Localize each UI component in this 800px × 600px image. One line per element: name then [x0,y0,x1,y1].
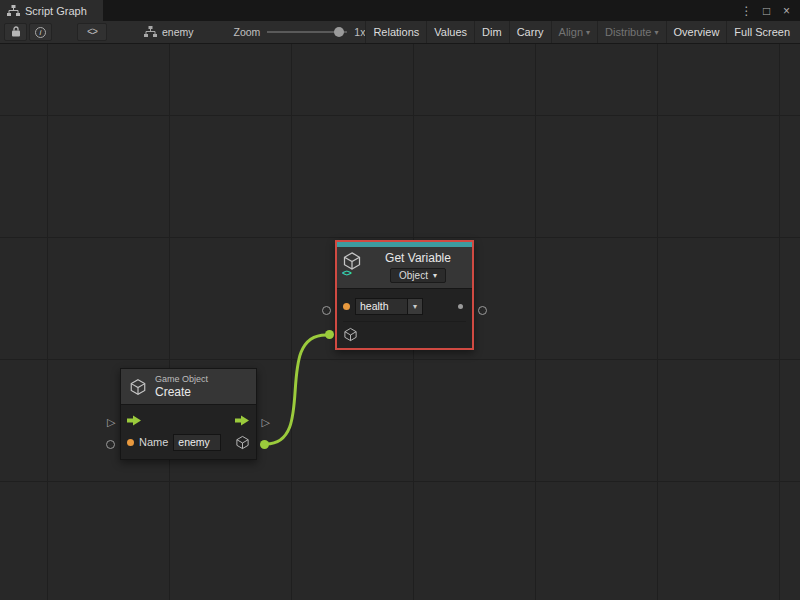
create-body: Name [121,404,256,459]
create-flow-input-port[interactable]: ▷ [107,417,115,428]
flow-in-arrow-icon [127,415,142,426]
flow-row [127,409,250,431]
zoom-label: Zoom [234,26,261,38]
variable-name-input[interactable] [355,298,407,315]
node-create-game-object[interactable]: Game Object Create Name [120,368,257,460]
flow-out-arrow-icon [235,415,250,426]
get-variable-body: ▾ [337,288,472,348]
node-category: Game Object [155,374,208,384]
tab-script-graph[interactable]: Script Graph [0,0,103,21]
zoom-slider-knob[interactable] [334,27,344,37]
variable-name-row: ▾ [343,295,466,317]
button-label: Values [434,26,467,38]
button-label: Distribute [605,26,651,38]
script-graph-window: Script Graph ⋮ □ × i <> enemy Zoom [0,0,800,600]
chevron-down-icon: ▾ [655,29,659,37]
node-title: Create [155,385,208,399]
value-indicator-dot-icon [458,304,463,309]
node-title: Get Variable [385,251,451,265]
game-object-cube-icon [129,378,147,396]
relations-button[interactable]: Relations [365,21,426,43]
graph-name: enemy [162,26,194,38]
scope-label: Object [399,270,428,281]
string-value-dot-icon [343,303,350,310]
titlebar: Script Graph ⋮ □ × [0,0,800,21]
button-label: Full Screen [734,26,790,38]
chevron-down-icon: ▾ [433,272,437,280]
window-menu-button[interactable]: ⋮ [738,2,755,19]
script-graph-icon [7,5,20,16]
variable-cube-icon: <> [342,251,364,277]
name-param-input[interactable] [173,434,221,451]
button-label: Overview [674,26,720,38]
get-variable-header: <> Get Variable Object ▾ [337,247,472,288]
graph-canvas[interactable]: <> Get Variable Object ▾ ▾ [0,44,800,600]
getvar-name-input-port[interactable] [322,306,331,315]
lock-button[interactable] [4,23,27,41]
name-param-row: Name [127,431,250,453]
create-flow-output-port[interactable]: ▷ [262,417,270,428]
object-source-row [343,321,466,343]
script-graph-icon [144,26,157,39]
node-get-variable[interactable]: <> Get Variable Object ▾ ▾ [335,240,474,350]
button-label: Carry [517,26,544,38]
info-button[interactable]: i [29,23,52,41]
getvar-object-input-port[interactable] [325,330,334,339]
carry-button[interactable]: Carry [509,21,551,43]
code-icon: <> [342,269,351,279]
graph-breadcrumb[interactable]: enemy [144,26,194,39]
game-object-cube-icon [343,327,358,342]
full-screen-button[interactable]: Full Screen [726,21,797,43]
variable-name-dropdown-button[interactable]: ▾ [407,298,423,315]
window-controls: ⋮ □ × [738,0,800,21]
connection-wire[interactable] [266,335,326,444]
variable-name-combo: ▾ [355,298,423,315]
align-button[interactable]: Align▾ [551,21,597,43]
values-button[interactable]: Values [426,21,474,43]
toolbar-buttons: Relations Values Dim Carry Align▾ Distri… [365,21,797,43]
game-object-cube-icon [235,435,250,450]
close-button[interactable]: × [778,2,795,19]
distribute-button[interactable]: Distribute▾ [597,21,665,43]
button-label: Relations [373,26,419,38]
variable-scope-dropdown[interactable]: Object ▾ [390,268,446,283]
button-label: Dim [482,26,502,38]
param-label: Name [139,436,168,448]
lock-icon [11,26,21,39]
tab-title: Script Graph [25,5,87,17]
zoom-slider[interactable] [267,31,347,33]
chevron-down-icon: ▾ [586,29,590,37]
create-result-output-port[interactable] [260,440,269,449]
overview-button[interactable]: Overview [666,21,727,43]
maximize-button[interactable]: □ [758,2,775,19]
button-label: Align [559,26,583,38]
info-icon: i [35,27,46,38]
create-header: Game Object Create [121,369,256,404]
string-value-dot-icon [127,439,134,446]
code-icon: <> [87,27,97,38]
getvar-value-output-port[interactable] [478,306,487,315]
zoom-value: 1x [354,26,365,38]
dim-button[interactable]: Dim [474,21,509,43]
toolbar: i <> enemy Zoom 1x Relations Values Dim … [0,21,800,44]
chevron-down-icon: ▾ [413,302,417,311]
create-name-input-port[interactable] [106,440,115,449]
code-view-button[interactable]: <> [77,23,107,41]
